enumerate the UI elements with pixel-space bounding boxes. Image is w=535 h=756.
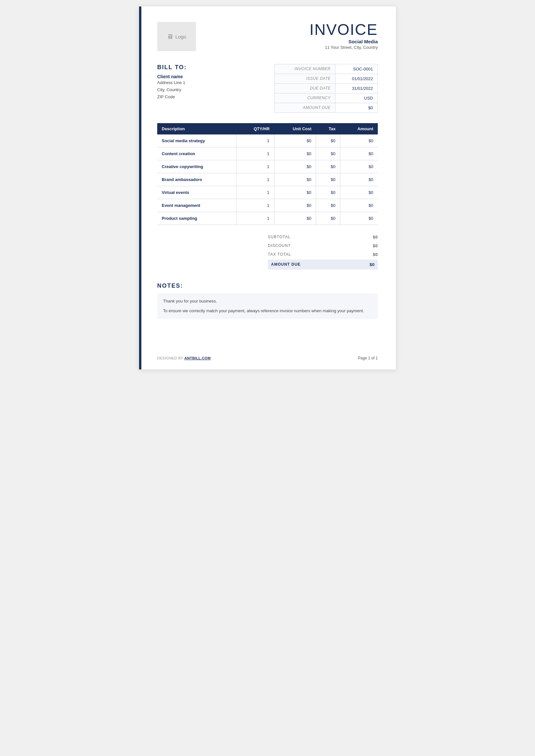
item-desc: Event management [157, 199, 237, 212]
logo-text: Logo [175, 34, 186, 40]
company-address: 11 Your Street, City, Country [310, 45, 378, 50]
item-amount: $0 [340, 199, 378, 212]
info-value: $0 [335, 103, 378, 113]
subtotal-value: $0 [373, 235, 378, 239]
table-row: Content creation 1 $0 $0 $0 [157, 148, 378, 160]
item-unit-cost: $0 [274, 173, 316, 186]
bill-to-block: BILL TO: Client name Address Line 1 City… [157, 64, 274, 100]
info-label: ISSUE DATE [275, 74, 335, 83]
item-amount: $0 [340, 148, 378, 160]
col-description: Description [157, 123, 237, 134]
notes-content: Thank you for your business. To ensure w… [157, 293, 378, 319]
info-value: 31/01/2022 [335, 84, 378, 93]
item-desc: Creative copywriting [157, 160, 237, 173]
item-qty: 1 [237, 199, 274, 212]
item-desc: Brand ambassadors [157, 173, 237, 186]
client-name: Client name [157, 74, 274, 79]
totals-section: SUBTOTAL $0 DISCOUNT $0 TAX TOTAL $0 AMO… [157, 233, 378, 270]
item-tax: $0 [316, 160, 340, 173]
address-line1: Address Line 1 [157, 79, 274, 86]
invoice-info-row: DUE DATE 31/01/2022 [275, 84, 378, 94]
col-unit-cost: Unit Cost [274, 123, 316, 134]
discount-label: DISCOUNT [268, 243, 291, 248]
info-value: SOC-0001 [335, 64, 378, 74]
items-table: Description QTY/HR Unit Cost Tax Amount … [157, 123, 378, 225]
item-tax: $0 [316, 186, 340, 199]
item-tax: $0 [316, 148, 340, 160]
item-qty: 1 [237, 134, 274, 148]
item-amount: $0 [340, 134, 378, 148]
antbill-link[interactable]: ANTBILL.COM [184, 356, 211, 360]
item-qty: 1 [237, 160, 274, 173]
tax-total-label: TAX TOTAL [268, 252, 291, 257]
note2: To ensure we correctly match your paymen… [163, 308, 372, 314]
invoice-info-table: INVOICE NUMBER SOC-0001 ISSUE DATE 01/01… [274, 64, 378, 113]
tax-total-value: $0 [373, 252, 378, 257]
item-qty: 1 [237, 148, 274, 160]
item-tax: $0 [316, 199, 340, 212]
bill-to-label: BILL TO: [157, 64, 274, 71]
tax-total-row: TAX TOTAL $0 [268, 250, 378, 259]
subtotal-label: SUBTOTAL [268, 235, 291, 239]
item-amount: $0 [340, 212, 378, 225]
col-qty: QTY/HR [237, 123, 274, 134]
page-info: Page 1 of 1 [358, 356, 378, 361]
item-desc: Content creation [157, 148, 237, 160]
item-unit-cost: $0 [274, 212, 316, 225]
header-right: INVOICE Social Media 11 Your Street, Cit… [310, 22, 378, 50]
col-amount: Amount [340, 123, 378, 134]
info-label: AMOUNT DUE [275, 103, 335, 113]
item-qty: 1 [237, 173, 274, 186]
item-qty: 1 [237, 186, 274, 199]
amount-due-value: $0 [370, 262, 375, 267]
info-label: DUE DATE [275, 84, 335, 93]
item-unit-cost: $0 [274, 148, 316, 160]
item-qty: 1 [237, 212, 274, 225]
table-row: Event management 1 $0 $0 $0 [157, 199, 378, 212]
info-label: INVOICE NUMBER [275, 64, 335, 74]
address-line2: City, Country [157, 86, 274, 94]
header: 🖥 Logo INVOICE Social Media 11 Your Stre… [157, 22, 378, 51]
totals-table: SUBTOTAL $0 DISCOUNT $0 TAX TOTAL $0 AMO… [268, 233, 378, 270]
table-row: Social media strategy 1 $0 $0 $0 [157, 134, 378, 148]
client-address: Address Line 1 City, Country ZIP Code [157, 79, 274, 100]
notes-label: NOTES: [157, 283, 378, 289]
invoice-title: INVOICE [310, 22, 378, 38]
item-desc: Virtual events [157, 186, 237, 199]
item-unit-cost: $0 [274, 186, 316, 199]
invoice-info-row: ISSUE DATE 01/01/2022 [275, 74, 378, 84]
discount-row: DISCOUNT $0 [268, 241, 378, 250]
notes-section: NOTES: Thank you for your business. To e… [157, 283, 378, 319]
item-desc: Product sampling [157, 212, 237, 225]
table-header-row: Description QTY/HR Unit Cost Tax Amount [157, 123, 378, 134]
table-row: Product sampling 1 $0 $0 $0 [157, 212, 378, 225]
item-tax: $0 [316, 134, 340, 148]
item-amount: $0 [340, 173, 378, 186]
info-label: CURRENCY [275, 94, 335, 103]
discount-value: $0 [373, 243, 378, 248]
logo-box: 🖥 Logo [157, 22, 196, 51]
item-unit-cost: $0 [274, 134, 316, 148]
invoice-info-row: CURRENCY USD [275, 94, 378, 103]
address-line3: ZIP Code [157, 94, 274, 100]
item-amount: $0 [340, 160, 378, 173]
item-tax: $0 [316, 173, 340, 186]
item-amount: $0 [340, 186, 378, 199]
amount-due-row: AMOUNT DUE $0 [268, 259, 378, 270]
logo-icon: 🖥 [167, 33, 173, 40]
item-desc: Social media strategy [157, 134, 237, 148]
table-row: Creative copywriting 1 $0 $0 $0 [157, 160, 378, 173]
info-value: USD [335, 94, 378, 103]
billing-section: BILL TO: Client name Address Line 1 City… [157, 64, 378, 113]
subtotal-row: SUBTOTAL $0 [268, 233, 378, 241]
footer-designed-by: DESIGNED BY ANTBILL.COM [157, 356, 211, 360]
info-value: 01/01/2022 [335, 74, 378, 83]
footer: DESIGNED BY ANTBILL.COM Page 1 of 1 [157, 356, 378, 361]
item-tax: $0 [316, 212, 340, 225]
table-row: Brand ambassadors 1 $0 $0 $0 [157, 173, 378, 186]
note1: Thank you for your business. [163, 298, 372, 305]
item-unit-cost: $0 [274, 199, 316, 212]
company-name: Social Media [310, 39, 378, 44]
item-unit-cost: $0 [274, 160, 316, 173]
table-row: Virtual events 1 $0 $0 $0 [157, 186, 378, 199]
